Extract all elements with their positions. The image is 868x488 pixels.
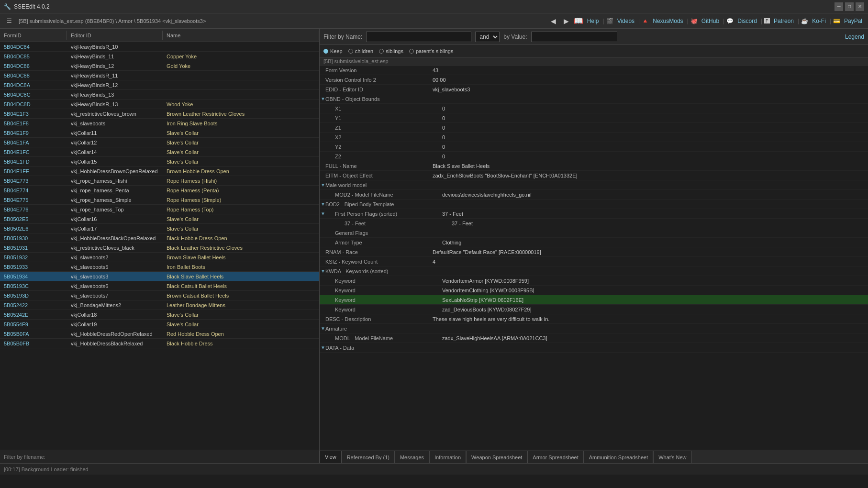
tree-row[interactable]: ▼First Person Flags (sorted)37 - Feet — [320, 209, 868, 219]
help-link[interactable]: Help — [585, 17, 601, 25]
table-row[interactable]: 5B04DC8AvkjHeavyBindsR_12 — [0, 80, 319, 90]
table-row[interactable]: 5B04E774vkj_rope_harness_PentaRope Harne… — [0, 186, 319, 195]
filter-name-input[interactable] — [366, 32, 471, 42]
tab-referenced-by--1-[interactable]: Referenced By (1) — [342, 451, 395, 463]
filter-value-input[interactable] — [531, 32, 617, 42]
tree-row[interactable]: 37 - Feet37 - Feet — [320, 219, 868, 228]
keep-button[interactable]: Keep — [323, 48, 343, 54]
tree-row[interactable]: KeywordVendorItemArmor [KYWD:0008F959] — [320, 276, 868, 286]
tab-armor-spreadsheet[interactable]: Armor Spreadsheet — [527, 451, 583, 463]
tree-row[interactable]: ▼DATA - Data — [320, 343, 868, 353]
tree-row[interactable]: ▼Male world model — [320, 180, 868, 190]
tree-row[interactable]: KeywordSexLabNoStrip [KYWD:0602F16E] — [320, 295, 868, 305]
tree-row[interactable]: FULL - NameBlack Slave Ballet Heels — [320, 161, 868, 171]
titlebar-controls[interactable]: ─ □ ✕ — [835, 2, 864, 11]
tree-row[interactable]: KSIZ - Keyword Count4 — [320, 257, 868, 266]
tab-ammunition-spreadsheet[interactable]: Ammunition Spreadsheet — [584, 451, 654, 463]
tab-what-s-new[interactable]: What's New — [653, 451, 691, 463]
github-link[interactable]: GitHub — [700, 17, 721, 25]
tree-row[interactable]: ▼OBND - Object Bounds — [320, 94, 868, 104]
tree-row[interactable]: ▼BOD2 - Biped Body Template — [320, 200, 868, 209]
table-row[interactable]: 5B04E773vkj_rope_harness_HishiRope Harne… — [0, 176, 319, 186]
tab-view[interactable]: View — [320, 451, 342, 463]
table-row[interactable]: 5B04E1FDvkjCollar15Slave's Collar — [0, 157, 319, 166]
close-button[interactable]: ✕ — [856, 2, 864, 11]
filter-operator-select[interactable]: and or — [475, 32, 500, 42]
siblings-button[interactable]: siblings — [379, 48, 403, 54]
formid-column-header[interactable]: FormID — [0, 31, 67, 40]
editorid-column-header[interactable]: Editor ID — [67, 31, 163, 40]
table-row[interactable]: 5B051931vkj_restrictiveGloves_blackBlack… — [0, 243, 319, 253]
parents-siblings-button[interactable]: parent's siblings — [409, 48, 454, 54]
tree-row[interactable]: DESC - DescriptionThese slave high heels… — [320, 314, 868, 324]
kofi-link[interactable]: Ko-Fi — [810, 17, 828, 25]
tree-row[interactable]: MOD2 - Model FileNamedevious\devices\sla… — [320, 190, 868, 200]
table-row[interactable]: 5B05B0FBvkj_HobbleDressBlackRelaxedBlack… — [0, 339, 319, 348]
table-row[interactable]: 5B051934vkj_slaveboots3Black Slave Balle… — [0, 272, 319, 281]
children-button[interactable]: children — [348, 48, 374, 54]
table-row[interactable]: 5B0502E6vkjCollar17Slave's Collar — [0, 224, 319, 233]
tree-expand-icon[interactable]: ▼ — [320, 211, 326, 217]
table-row[interactable]: 5B04DC86vkjHeavyBinds_12Gold Yoke — [0, 61, 319, 71]
tree-row[interactable]: KeywordVendorItemClothing [KYWD:0008F95B… — [320, 286, 868, 295]
table-row[interactable]: 5B05242EvkjCollar18Slave's Collar — [0, 310, 319, 320]
tab-weapon-spreadsheet[interactable]: Weapon Spreadsheet — [466, 451, 527, 463]
table-row[interactable]: 5B04E1F9vkjCollar11Slave's Collar — [0, 128, 319, 138]
table-row[interactable]: 5B0554F9vkjCollar19Slave's Collar — [0, 320, 319, 329]
tree-row[interactable]: Y20 — [320, 142, 868, 152]
tree-row[interactable]: ▼Armature — [320, 324, 868, 333]
table-row[interactable]: 5B04E1FEvkj_HobbleDressBrownOpenRelaxedB… — [0, 166, 319, 176]
table-row[interactable]: 5B04E1F3vkj_restrictiveGloves_brownBrown… — [0, 109, 319, 119]
table-row[interactable]: 5B04DC88vkjHeavyBindsR_11 — [0, 71, 319, 80]
tree-value: 0 — [438, 115, 868, 121]
forward-button[interactable]: ▶ — [561, 16, 572, 26]
tree-row[interactable]: MODL - Model FileNamezadx_SlaveHighHeels… — [320, 333, 868, 343]
nexusmods-link[interactable]: NexusMods — [651, 17, 685, 25]
tab-information[interactable]: Information — [429, 451, 466, 463]
table-row[interactable]: 5B051933vkj_slaveboots5Iron Ballet Boots — [0, 262, 319, 272]
table-row[interactable]: 5B051930vkj_HobbleDressBlackOpenRelaxedB… — [0, 233, 319, 243]
table-row[interactable]: 5B05193Dvkj_slaveboots7Brown Catsuit Bal… — [0, 291, 319, 300]
table-row[interactable]: 5B052422vkj_BondageMittens2Leather Bonda… — [0, 300, 319, 310]
tree-row[interactable]: Form Version43 — [320, 66, 868, 75]
tree-row[interactable]: RNAM - RaceDefaultRace "Default Race" [R… — [320, 247, 868, 257]
table-row[interactable]: 5B04DC8DvkjHeavyBindsR_13Wood Yoke — [0, 100, 319, 109]
back-button[interactable]: ◀ — [548, 16, 559, 26]
table-row[interactable]: 5B04DC85vkjHeavyBinds_11Copper Yoke — [0, 52, 319, 61]
name-column-header[interactable]: Name — [163, 31, 319, 40]
table-row[interactable]: 5B04E776vkj_rope_harness_TopRope Harness… — [0, 205, 319, 214]
tree-row[interactable]: Z20 — [320, 152, 868, 161]
tree-row[interactable]: Keywordzad_DeviousBoots [KYWD:08027F29] — [320, 305, 868, 314]
tree-row[interactable]: General Flags — [320, 228, 868, 238]
table-row[interactable]: 5B04E1FCvkjCollar14Slave's Collar — [0, 147, 319, 157]
tree-row[interactable]: Armor TypeClothing — [320, 238, 868, 247]
table-row[interactable]: 5B04DC8CvkjHeavyBinds_13 — [0, 90, 319, 100]
minimize-button[interactable]: ─ — [835, 2, 843, 11]
tab-messages[interactable]: Messages — [395, 451, 429, 463]
table-row[interactable]: 5B04E775vkj_rope_harness_SimpleRope Harn… — [0, 195, 319, 205]
patreon-link[interactable]: Patreon — [772, 17, 796, 25]
maximize-button[interactable]: □ — [845, 2, 854, 11]
filter-filename: Filter by filename: — [0, 450, 319, 463]
videos-link[interactable]: Videos — [615, 17, 636, 25]
table-row[interactable]: 5B0502E5vkjCollar16Slave's Collar — [0, 214, 319, 224]
discord-link[interactable]: Discord — [735, 17, 759, 25]
menu-button[interactable]: ☰ — [4, 17, 15, 25]
tree-row[interactable]: Y10 — [320, 113, 868, 123]
tree-row[interactable]: ▼KWDA - Keywords (sorted) — [320, 266, 868, 276]
table-row[interactable]: 5B04E1FAvkjCollar12Slave's Collar — [0, 138, 319, 147]
paypal-link[interactable]: PayPal — [842, 17, 864, 25]
table-row[interactable]: 5B04E1F8vkj_slavebootsIron Ring Slave Bo… — [0, 119, 319, 128]
tree-row[interactable]: EDID - Editor IDvkj_slaveboots3 — [320, 85, 868, 94]
table-row[interactable]: 5B04DC84vkjHeavyBindsR_10 — [0, 42, 319, 52]
table-row[interactable]: 5B051932vkj_slaveboots2Brown Slave Balle… — [0, 253, 319, 262]
table-row[interactable]: 5B05193Cvkj_slaveboots6Black Catsuit Bal… — [0, 281, 319, 291]
tree-row[interactable]: EITM - Object Effectzadx_EnchSlowBoots "… — [320, 171, 868, 180]
tree-row[interactable]: X10 — [320, 104, 868, 113]
legend-button[interactable]: Legend — [845, 33, 864, 40]
table-row[interactable]: 5B05B0FAvkj_HobbleDressRedOpenRelaxedRed… — [0, 329, 319, 339]
tree-row[interactable]: X20 — [320, 133, 868, 142]
tree-row[interactable]: Z10 — [320, 123, 868, 133]
tree-value: 37 - Feet — [438, 211, 868, 217]
tree-row[interactable]: Version Control Info 200 00 — [320, 75, 868, 85]
